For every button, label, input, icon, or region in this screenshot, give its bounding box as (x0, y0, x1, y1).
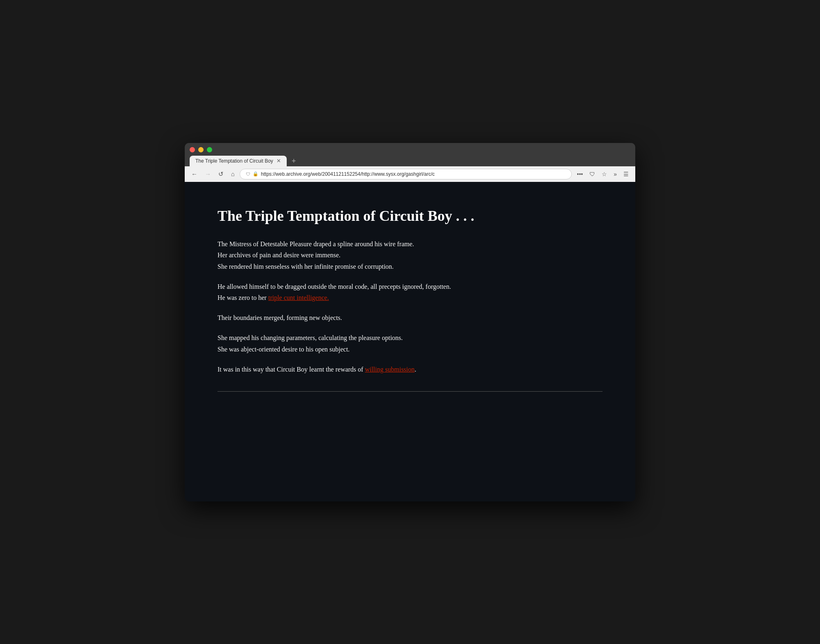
shield-small-icon: 🛡 (246, 172, 250, 177)
lock-icon: 🔒 (253, 171, 258, 177)
forward-button[interactable]: → (202, 169, 213, 179)
home-button[interactable]: ⌂ (229, 169, 237, 179)
more-options-button[interactable]: ••• (574, 169, 585, 179)
para3-text: Their boundaries merged, forming new obj… (217, 314, 342, 321)
url-text: https://web.archive.org/web/200411211522… (261, 171, 566, 177)
tab-title: The Triple Temptation of Circuit Boy (195, 158, 273, 164)
page-content: The Triple Temptation of Circuit Boy . .… (185, 182, 635, 501)
title-bar: The Triple Temptation of Circuit Boy ✕ + (185, 143, 635, 166)
page-title: The Triple Temptation of Circuit Boy . .… (217, 206, 603, 226)
extensions-button[interactable]: » (611, 169, 619, 179)
nav-right-icons: ••• 🛡 ☆ » ☰ (574, 169, 631, 179)
willing-submission-link[interactable]: willing submission (365, 366, 415, 373)
para5-text-after: . (415, 366, 416, 373)
page-body: The Mistress of Detestable Pleasure drap… (217, 238, 603, 375)
new-tab-button[interactable]: + (288, 156, 300, 166)
maximize-button[interactable] (207, 147, 212, 152)
close-button[interactable] (190, 147, 195, 152)
back-button[interactable]: ← (189, 169, 200, 179)
triple-cunt-link[interactable]: triple cunt intelligence. (268, 294, 329, 301)
reader-bookmark-button[interactable]: 🛡 (587, 169, 598, 179)
para2-text-before: He allowed himself to be dragged outside… (217, 283, 451, 301)
para1-text: The Mistress of Detestable Pleasure drap… (217, 240, 414, 270)
tabs-row: The Triple Temptation of Circuit Boy ✕ + (190, 156, 630, 166)
tab-close-icon[interactable]: ✕ (276, 158, 281, 163)
browser-window: The Triple Temptation of Circuit Boy ✕ +… (185, 143, 635, 501)
para5-text-before: It was in this way that Circuit Boy lear… (217, 366, 365, 373)
paragraph-1: The Mistress of Detestable Pleasure drap… (217, 238, 603, 272)
paragraph-5: It was in this way that Circuit Boy lear… (217, 364, 603, 375)
para4-text: She mapped his changing parameters, calc… (217, 334, 403, 352)
nav-bar: ← → ↺ ⌂ 🛡 🔒 https://web.archive.org/web/… (185, 166, 635, 182)
traffic-lights (190, 147, 630, 152)
content-divider (217, 391, 603, 392)
paragraph-4: She mapped his changing parameters, calc… (217, 332, 603, 354)
paragraph-3: Their boundaries merged, forming new obj… (217, 312, 603, 323)
menu-button[interactable]: ☰ (621, 169, 631, 179)
refresh-button[interactable]: ↺ (216, 169, 226, 179)
active-tab[interactable]: The Triple Temptation of Circuit Boy ✕ (190, 156, 287, 166)
paragraph-2: He allowed himself to be dragged outside… (217, 281, 603, 303)
star-button[interactable]: ☆ (599, 169, 609, 179)
minimize-button[interactable] (198, 147, 204, 152)
address-bar[interactable]: 🛡 🔒 https://web.archive.org/web/20041121… (240, 169, 572, 179)
